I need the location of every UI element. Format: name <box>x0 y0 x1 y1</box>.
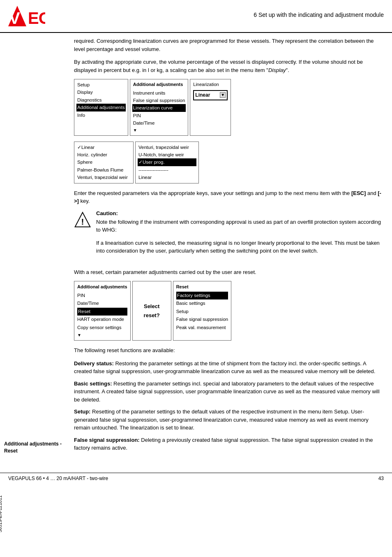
svg-text:V: V <box>9 9 20 26</box>
paragraph-2: By activating the appropriate curve, the… <box>74 58 382 74</box>
header-title: 6 Set up with the indicating and adjustm… <box>58 6 384 18</box>
linearization-menu-col-2: Venturi, trapezoidal weir U-Notch, trian… <box>135 142 199 183</box>
reset-col2-line2: reset? <box>144 311 160 320</box>
reset-section: With a reset, certain parameter adjustme… <box>74 268 382 276</box>
reset-functions-intro: The following reset functions are availa… <box>74 346 382 355</box>
caution-icon: ! <box>74 211 91 228</box>
paragraph-3: Enter the requested parameters via the a… <box>74 189 382 205</box>
svg-text:!: ! <box>81 217 84 226</box>
false-signal-para: False signal suppression: Deleting a pre… <box>74 436 382 452</box>
footer-product: VEGAPULS 66 • 4 … 20 mA/HART - two-wire <box>8 476 108 481</box>
footer-page: 43 <box>378 476 384 481</box>
content-area: required. Corresponding linearization cu… <box>70 37 392 456</box>
caution-para-1: Note the following if the instrument wit… <box>96 218 382 234</box>
linearization-menu-col-1: ✓Linear Horiz. cylinder Sphere Palmer-Bo… <box>74 142 134 183</box>
menu-col-1: Setup Display Diagnostics Additional adj… <box>74 79 128 136</box>
section-label: Additional adjustments - Reset <box>4 441 66 455</box>
section-intro: With a reset, certain parameter adjustme… <box>74 268 382 276</box>
menu-col-2: Additional adjustments Instrunent units … <box>130 79 189 136</box>
caution-text: Caution: Note the following if the instr… <box>96 210 382 260</box>
caution-title: Caution: <box>96 210 382 216</box>
paragraph-1: required. Corresponding linearization cu… <box>74 37 382 53</box>
description-list: Delivery status: Restoring the parameter… <box>74 360 382 452</box>
reset-center: Select reset? <box>132 281 171 341</box>
reset-col-3: Reset Factory settings Basic settings Se… <box>173 281 232 341</box>
setup-para: Setup: Resetting of the parameter settin… <box>74 408 382 432</box>
menu-diagram-2: ✓Linear Horiz. cylinder Sphere Palmer-Bo… <box>74 142 382 183</box>
reset-menu-diagram: Additional adjustments PIN Date/Time Res… <box>74 281 382 341</box>
caution-block: ! Caution: Note the following if the ins… <box>74 210 382 260</box>
menu-col-3: Linearization Linear ▼ <box>190 79 231 136</box>
main-content: Additional adjustments - Reset required.… <box>0 37 392 464</box>
delivery-para: Delivery status: Restoring the parameter… <box>74 360 382 376</box>
page-header: EGA V 6 Set up with the indicating and a… <box>0 0 392 33</box>
menu-diagram-1: Setup Display Diagnostics Additional adj… <box>74 79 382 136</box>
dropdown-arrow-icon: ▼ <box>220 92 226 98</box>
page-footer: VEGAPULS 66 • 4 … 20 mA/HART - two-wire … <box>0 473 392 484</box>
left-sidebar: Additional adjustments - Reset <box>0 37 70 456</box>
sidebar-rotated-label: 36519-EN-121011 <box>0 495 2 532</box>
reset-col-1: Additional adjustments PIN Date/Time Res… <box>74 281 131 341</box>
logo: EGA V <box>8 6 45 29</box>
caution-para-2: If a linearisation curve is selected, th… <box>96 239 382 255</box>
svg-text:EGA: EGA <box>28 9 45 26</box>
basic-para: Basic settings: Resetting the parameter … <box>74 380 382 404</box>
reset-col2-line1: Select <box>144 302 159 311</box>
linearization-dropdown[interactable]: Linear ▼ <box>193 90 228 100</box>
